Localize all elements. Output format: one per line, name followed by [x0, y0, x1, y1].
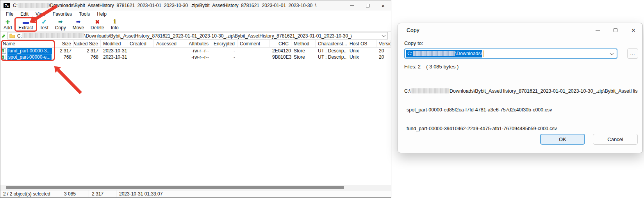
- delete-button[interactable]: ✖ Delete: [89, 18, 106, 30]
- destination-selected-text: C:\Downloads\: [406, 50, 482, 57]
- redacted-user-path: [410, 88, 450, 93]
- status-selected-count: 2 / 2 object(s) selected: [0, 190, 61, 197]
- copy-label: Copy: [55, 25, 66, 30]
- scrollbar-thumb[interactable]: [6, 186, 344, 189]
- maximize-icon: [614, 28, 617, 32]
- address-path-text: \Downloads\Bybit_AssetHistory_8781621_20…: [84, 33, 352, 39]
- column-header-attributes[interactable]: Attributes: [178, 40, 211, 47]
- destination-row: C:\Downloads\ ...: [404, 48, 642, 59]
- title-path: \Downloads\Bybit_AssetHistory_8781621_20…: [49, 3, 316, 8]
- window-title: C:\Downloads\Bybit_AssetHistory_8781621_…: [13, 3, 344, 8]
- menu-favorites[interactable]: Favorites: [49, 11, 75, 17]
- destination-path: \Downloads\: [455, 51, 482, 56]
- column-header-method[interactable]: Method: [291, 40, 316, 47]
- file-name-cell: x fund_part-00000-3...: [0, 48, 54, 54]
- add-button[interactable]: + Add: [2, 18, 14, 30]
- dialog-title: Copy: [407, 27, 589, 33]
- move-button[interactable]: ➡ Move: [71, 18, 86, 30]
- column-header-modified[interactable]: Modified: [101, 40, 127, 47]
- menu-help[interactable]: Help: [93, 11, 110, 17]
- seven-zip-window: 7z C:\Downloads\Bybit_AssetHistory_87816…: [0, 0, 391, 198]
- file-name-cell: x spot_part-00000-e...: [0, 54, 54, 60]
- info-label: Info: [111, 25, 119, 30]
- column-header-crc[interactable]: CRC: [270, 40, 291, 47]
- destination-drive: C:: [407, 51, 412, 56]
- cell-size: 768: [54, 54, 74, 60]
- close-icon: ×: [632, 27, 635, 34]
- copy-to-label: Copy to:: [404, 40, 642, 46]
- column-header-packed-size[interactable]: Packed Size: [74, 40, 101, 47]
- ok-button[interactable]: OK: [540, 134, 585, 145]
- column-header-name[interactable]: Name: [0, 40, 54, 47]
- column-header-host-os[interactable]: Host OS: [347, 40, 376, 47]
- copy-icon: ➡: [58, 18, 62, 25]
- extract-icon-wrap: [23, 18, 29, 25]
- column-header-comment[interactable]: Comment: [237, 40, 270, 47]
- close-button[interactable]: ×: [375, 0, 391, 11]
- maximize-button[interactable]: [360, 0, 375, 11]
- status-modified-date: 2023-10-31 01:33:07: [116, 190, 391, 197]
- cell-modified: 2023-10-31...: [101, 54, 127, 60]
- list-item: fund_part-00000-39410462-22a9-4b75-afb1-…: [404, 125, 642, 132]
- info-button[interactable]: i Info: [109, 18, 121, 30]
- cell-modified: 2023-10-31...: [101, 48, 127, 54]
- cell-characteristics: UT : Descrip...: [316, 54, 347, 60]
- svg-text:x: x: [2, 49, 4, 52]
- column-header-accessed[interactable]: Accessed: [154, 40, 178, 47]
- column-header-encrypted[interactable]: Encrypted: [211, 40, 237, 47]
- files-summary: Files: 2 ( 3 085 bytes ): [404, 64, 642, 70]
- horizontal-scrollbar[interactable]: [0, 185, 391, 190]
- menu-bar: File Edit View Favorites Tools Help: [0, 11, 391, 18]
- cell-encrypted: -: [211, 48, 237, 54]
- minimize-icon: [596, 30, 600, 30]
- menu-file[interactable]: File: [2, 11, 17, 17]
- column-header-created[interactable]: Created: [127, 40, 154, 47]
- extract-label: Extract: [18, 25, 33, 30]
- menu-edit[interactable]: Edit: [17, 11, 32, 17]
- cell-size: 2 317: [54, 48, 74, 54]
- test-button[interactable]: ✓ Test: [38, 18, 50, 30]
- jump-icon[interactable]: ➡: [0, 33, 7, 39]
- menu-view[interactable]: View: [32, 11, 49, 17]
- menu-tools[interactable]: Tools: [75, 11, 93, 17]
- cell-encrypted: -: [211, 54, 237, 60]
- destination-combobox[interactable]: C:\Downloads\: [404, 48, 617, 59]
- address-bar: ➡ C:\Downloads\Bybit_AssetHistory_878162…: [0, 32, 391, 40]
- add-icon: +: [5, 18, 10, 25]
- minimize-button[interactable]: [344, 0, 360, 11]
- cell-version: 20: [376, 48, 391, 54]
- browse-button[interactable]: ...: [627, 48, 638, 59]
- column-header-version[interactable]: Version: [376, 40, 391, 47]
- dialog-maximize-button[interactable]: [607, 23, 624, 37]
- address-dropdown-icon[interactable]: [382, 33, 386, 37]
- extract-button[interactable]: Extract: [16, 18, 35, 30]
- cell-method: Store: [291, 54, 316, 60]
- dialog-close-button[interactable]: ×: [624, 23, 642, 37]
- copy-dialog: Copy × Copy to: C:\Downloads\ ... Files:…: [398, 23, 643, 153]
- column-header-characteristics[interactable]: Characterist...: [316, 40, 347, 47]
- move-icon: ➡: [76, 18, 80, 25]
- status-total-size: 3 085: [61, 190, 89, 197]
- address-field[interactable]: C:\Downloads\Bybit_AssetHistory_8781621_…: [7, 32, 388, 39]
- cancel-button[interactable]: Cancel: [593, 134, 638, 145]
- cell-crc: 9B810E30: [270, 54, 291, 60]
- dialog-minimize-button[interactable]: [589, 23, 607, 37]
- screenshot-canvas: 7z C:\Downloads\Bybit_AssetHistory_87816…: [0, 0, 644, 199]
- address-drive: C:: [17, 33, 22, 39]
- extract-icon: [23, 22, 29, 24]
- column-header-size[interactable]: Size: [54, 40, 74, 47]
- text-cursor: [483, 50, 483, 57]
- cell-crc: 2E041201: [270, 48, 291, 54]
- copy-button[interactable]: ➡ Copy: [53, 18, 68, 30]
- status-bar: 2 / 2 object(s) selected 3 085 2 317 202…: [0, 190, 391, 197]
- table-row[interactable]: x fund_part-00000-3... 2 317 2 317 2023-…: [0, 48, 391, 54]
- status-selected-size: 2 317: [89, 190, 116, 197]
- combobox-dropdown-icon[interactable]: [610, 51, 614, 55]
- redacted-user-path: [18, 3, 49, 8]
- dialog-title-bar: Copy ×: [398, 23, 642, 37]
- table-row[interactable]: x spot_part-00000-e... 768 768 2023-10-3…: [0, 54, 391, 60]
- close-icon: ×: [382, 3, 385, 9]
- csv-file-icon: x: [1, 48, 6, 54]
- archive-drive: C:\: [404, 88, 410, 94]
- dialog-body: Copy to: C:\Downloads\ ... Files: 2 ( 3 …: [398, 40, 642, 144]
